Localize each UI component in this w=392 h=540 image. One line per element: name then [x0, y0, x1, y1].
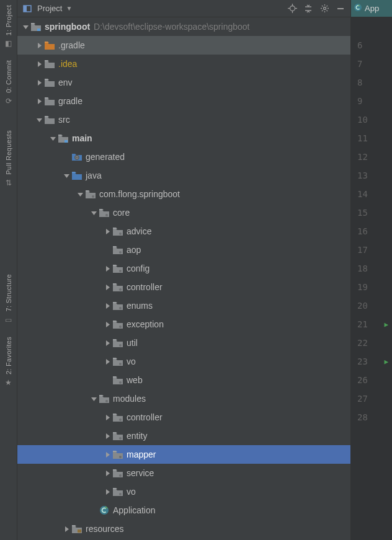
chevron-right-icon[interactable]	[103, 432, 112, 440]
locate-icon[interactable]	[286, 2, 298, 15]
chevron-right-icon[interactable]	[103, 283, 112, 291]
tree-node-path: D:\devsoft\eclipse-workspace\springboot	[94, 22, 249, 32]
tree-node[interactable]: src	[17, 110, 350, 129]
tree-node[interactable]: aop	[17, 241, 350, 259]
chevron-right-icon[interactable]	[35, 60, 43, 68]
chevron-right-icon[interactable]	[35, 97, 43, 105]
chevron-right-icon[interactable]	[103, 450, 112, 459]
run-icon[interactable]: ▶	[384, 321, 388, 329]
rail-label: 2: Favorites	[5, 337, 12, 374]
tree-node[interactable]: resources	[17, 520, 350, 538]
svg-point-20	[74, 155, 79, 160]
gutter-line[interactable]: 6	[351, 36, 392, 55]
tree-node[interactable]: service	[17, 464, 350, 482]
gutter-line[interactable]: 7	[351, 55, 392, 73]
svg-point-45	[119, 418, 122, 421]
svg-point-51	[119, 474, 122, 477]
chevron-down-icon[interactable]	[21, 22, 30, 31]
tree-node[interactable]: entity	[17, 427, 350, 445]
chevron-down-icon[interactable]	[35, 115, 43, 124]
chevron-down-icon[interactable]	[62, 171, 71, 180]
tree-node[interactable]: config	[17, 259, 350, 278]
gutter-line[interactable]: 27	[351, 389, 392, 408]
rail-button[interactable]: 1: Project◧	[4, 5, 13, 48]
tree-node[interactable]: springbootD:\devsoft\eclipse-workspace\s…	[17, 17, 350, 36]
gutter-line[interactable]: 12	[351, 148, 392, 166]
chevron-right-icon[interactable]	[103, 227, 112, 236]
chevron-right-icon[interactable]	[103, 264, 112, 273]
chevron-down-icon[interactable]	[76, 190, 84, 198]
tree-node[interactable]: gradle	[17, 92, 350, 110]
chevron-down-icon[interactable]	[48, 134, 57, 143]
rail-button[interactable]: Pull Requests⇅	[4, 130, 13, 187]
chevron-right-icon[interactable]	[103, 339, 112, 347]
chevron-right-icon[interactable]	[103, 487, 112, 496]
tree-node[interactable]: Application	[17, 501, 350, 520]
chevron-down-icon[interactable]	[89, 394, 98, 403]
tree-node[interactable]: env	[17, 73, 350, 92]
gutter-line[interactable]: 20	[351, 296, 392, 315]
tree-node[interactable]: advice	[17, 222, 350, 241]
svg-point-47	[119, 437, 122, 440]
tree-node[interactable]: util	[17, 334, 350, 352]
tree-node[interactable]: core	[17, 203, 350, 222]
project-tree[interactable]: springbootD:\devsoft\eclipse-workspace\s…	[17, 17, 350, 540]
gutter-line[interactable]: 22	[351, 334, 392, 352]
chevron-right-icon[interactable]	[35, 41, 43, 50]
tree-node-label: .idea	[58, 59, 77, 69]
gutter-line[interactable]: 11	[351, 129, 392, 148]
tree-node[interactable]: .gradle	[17, 36, 350, 55]
rail-button[interactable]: 2: Favorites★	[4, 337, 13, 387]
panel-title[interactable]: Project ▼	[37, 4, 72, 13]
tree-node[interactable]: controller	[17, 278, 350, 296]
svg-marker-50	[106, 471, 110, 476]
gutter-line[interactable]: 26	[351, 371, 392, 389]
editor-tab[interactable]: App	[351, 0, 392, 17]
gutter-line[interactable]: 9	[351, 92, 392, 110]
tree-node[interactable]: modules	[17, 389, 350, 408]
run-icon[interactable]: ▶	[384, 358, 388, 366]
gutter-line[interactable]: 23▶	[351, 352, 392, 371]
gutter-line[interactable]: 28	[351, 408, 392, 427]
tree-node[interactable]: vo	[17, 352, 350, 371]
tree-node[interactable]: vo	[17, 482, 350, 501]
tree-node[interactable]: controller	[17, 408, 350, 427]
gutter-line[interactable]: 14	[351, 185, 392, 203]
tree-node[interactable]: main	[17, 129, 350, 148]
editor-gutter[interactable]: 6789101112131415161718192021▶2223▶262728	[351, 17, 392, 540]
gutter-line[interactable]: 13	[351, 166, 392, 185]
rail-button[interactable]: 7: Structure▭	[4, 274, 13, 324]
tree-node[interactable]: web	[17, 371, 350, 389]
chevron-right-icon[interactable]	[103, 357, 112, 366]
tree-node[interactable]: exception	[17, 315, 350, 334]
chevron-right-icon[interactable]	[103, 469, 112, 477]
gutter-line[interactable]: 10	[351, 110, 392, 129]
chevron-right-icon[interactable]	[35, 78, 43, 87]
chevron-right-icon[interactable]	[103, 413, 112, 422]
tree-node[interactable]: .idea	[17, 55, 350, 73]
gutter-line[interactable]: 16	[351, 222, 392, 241]
gutter-line[interactable]: 8	[351, 73, 392, 92]
chevron-right-icon[interactable]	[62, 525, 71, 533]
tree-node[interactable]: generated	[17, 148, 350, 166]
expand-all-icon[interactable]	[302, 2, 314, 15]
gutter-line[interactable]: 17	[351, 241, 392, 259]
rail-icon: ★	[4, 378, 13, 387]
gutter-line[interactable]: 19	[351, 278, 392, 296]
gutter-line[interactable]: 21▶	[351, 315, 392, 334]
chevron-down-icon[interactable]	[89, 208, 98, 217]
svg-point-40	[119, 363, 122, 365]
gutter-line[interactable]: 15	[351, 203, 392, 222]
gutter-line[interactable]: 18	[351, 259, 392, 278]
gear-icon[interactable]	[318, 2, 331, 15]
rail-button[interactable]: 0: Commit⟳	[4, 60, 13, 105]
tree-node[interactable]: enums	[17, 296, 350, 315]
chevron-right-icon[interactable]	[103, 320, 112, 329]
hide-icon[interactable]	[334, 2, 347, 15]
svg-marker-11	[23, 25, 29, 29]
rail-icon: ⇅	[4, 179, 13, 187]
tree-node[interactable]: mapper	[17, 445, 350, 464]
tree-node[interactable]: com.flong.springboot	[17, 185, 350, 203]
tree-node[interactable]: java	[17, 166, 350, 185]
chevron-right-icon[interactable]	[103, 301, 112, 310]
